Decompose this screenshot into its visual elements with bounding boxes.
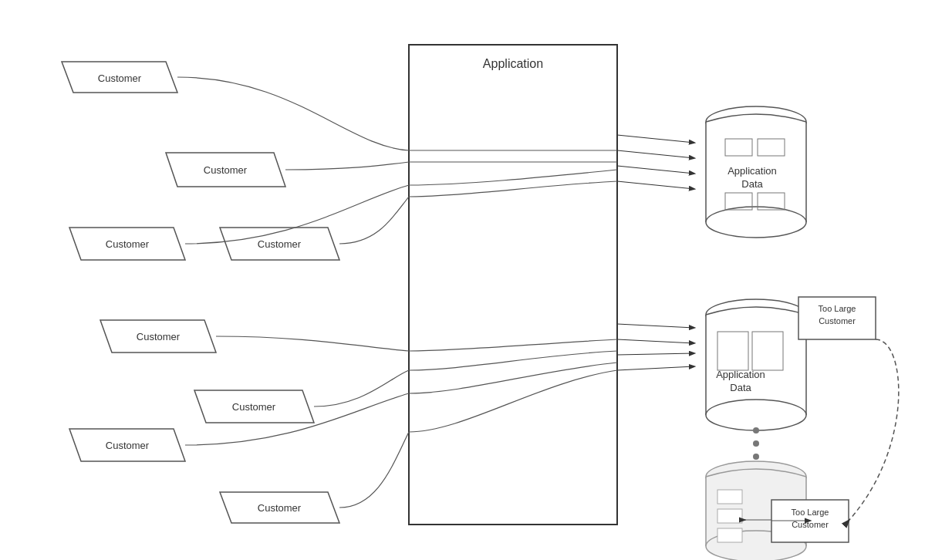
svg-point-49 <box>753 454 759 460</box>
svg-text:Application: Application <box>728 165 777 177</box>
svg-point-39 <box>706 400 806 430</box>
customer-7: Customer <box>69 429 185 461</box>
svg-rect-57 <box>717 528 742 542</box>
svg-text:Customer: Customer <box>98 73 142 84</box>
svg-point-48 <box>753 440 759 447</box>
application-box <box>409 45 617 525</box>
svg-text:Application: Application <box>716 369 765 380</box>
svg-text:Customer: Customer <box>819 316 856 326</box>
svg-text:Data: Data <box>741 178 763 190</box>
customer-3: Customer <box>69 228 185 260</box>
application-label: Application <box>483 57 543 70</box>
svg-text:Customer: Customer <box>204 164 248 176</box>
svg-line-17 <box>617 150 694 158</box>
svg-rect-40 <box>717 332 748 370</box>
svg-line-22 <box>617 353 694 355</box>
customer-1: Customer <box>62 62 177 93</box>
svg-line-21 <box>617 339 694 343</box>
svg-text:Too Large: Too Large <box>819 304 856 313</box>
svg-line-23 <box>617 366 694 370</box>
svg-text:Customer: Customer <box>258 502 302 514</box>
svg-text:Customer: Customer <box>106 238 150 250</box>
svg-text:Too Large: Too Large <box>792 508 829 517</box>
svg-line-20 <box>617 324 694 328</box>
svg-text:Customer: Customer <box>232 401 276 413</box>
svg-text:Data: Data <box>730 382 751 393</box>
customer-8: Customer <box>220 492 339 523</box>
svg-text:Customer: Customer <box>792 520 829 529</box>
customer-2: Customer <box>166 153 285 187</box>
svg-text:Customer: Customer <box>258 238 302 250</box>
customer-6: Customer <box>194 390 314 423</box>
customer-5: Customer <box>100 320 216 353</box>
diagram-svg: Application Customer Customer Customer C… <box>0 0 925 560</box>
customer-4: Customer <box>220 228 339 260</box>
svg-rect-41 <box>752 332 783 370</box>
svg-text:Customer: Customer <box>106 440 150 451</box>
svg-rect-56 <box>717 509 742 523</box>
svg-point-28 <box>706 207 806 238</box>
svg-text:Customer: Customer <box>137 331 181 342</box>
svg-point-47 <box>753 427 759 433</box>
svg-line-16 <box>617 135 694 143</box>
svg-rect-55 <box>717 490 742 504</box>
svg-line-19 <box>617 181 694 189</box>
svg-line-18 <box>617 166 694 174</box>
